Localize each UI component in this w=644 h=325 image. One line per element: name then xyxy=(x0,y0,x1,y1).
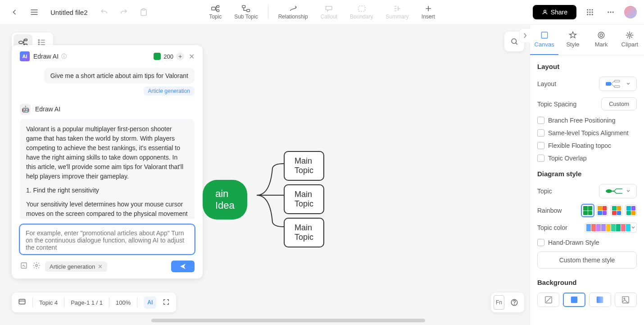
bg-none[interactable] xyxy=(537,293,559,307)
rainbow-opt-2[interactable] xyxy=(596,205,608,216)
svg-rect-8 xyxy=(247,9,250,12)
layout-select[interactable] xyxy=(599,77,637,91)
tab-style[interactable]: Style xyxy=(558,25,587,55)
collapse-panel-button[interactable] xyxy=(519,28,530,43)
bg-solid[interactable] xyxy=(563,293,585,307)
tool-insert-label: Insert xyxy=(422,14,435,20)
share-button[interactable]: Share xyxy=(533,5,576,19)
svg-line-43 xyxy=(611,81,614,84)
overlap-label: Topic Overlap xyxy=(548,155,587,162)
svg-point-16 xyxy=(587,12,588,13)
svg-point-19 xyxy=(587,14,588,15)
tool-topic[interactable]: Topic xyxy=(203,2,228,23)
svg-rect-45 xyxy=(614,80,620,82)
background-options xyxy=(537,293,637,307)
svg-point-40 xyxy=(600,34,603,37)
chevron-down-icon xyxy=(631,225,635,230)
tool-callout[interactable]: Callout xyxy=(314,2,344,23)
clipboard-button[interactable] xyxy=(136,5,151,19)
tool-sub-topic[interactable]: Sub Topic xyxy=(228,2,264,23)
section-diagram-title: Diagram style xyxy=(537,170,637,178)
topic-color-select[interactable] xyxy=(585,223,637,233)
redo-button[interactable] xyxy=(117,5,131,19)
page-indicator[interactable]: Page-1 1 / 1 xyxy=(71,299,103,306)
horizontal-scrollbar[interactable] xyxy=(151,319,425,322)
rainbow-options xyxy=(582,205,637,216)
bg-gradient[interactable] xyxy=(589,293,611,307)
right-panel: Canvas Style Mark Clipart Layout Layout … xyxy=(530,25,644,325)
right-panel-tabs: Canvas Style Mark Clipart xyxy=(530,25,644,55)
rainbow-opt-1[interactable] xyxy=(582,205,594,216)
chevron-down-icon xyxy=(626,82,630,86)
tool-sub-topic-label: Sub Topic xyxy=(234,14,258,20)
check-hand-drawn[interactable]: Hand-Drawn Style xyxy=(537,239,637,246)
checkbox[interactable] xyxy=(537,117,544,124)
toolbar: Topic Sub Topic Relationship Callout Bou… xyxy=(203,2,441,23)
root-node[interactable]: ain Idea xyxy=(203,180,247,220)
svg-point-57 xyxy=(514,304,515,304)
svg-rect-54 xyxy=(622,297,629,303)
menu-button[interactable] xyxy=(27,5,41,19)
tool-insert[interactable]: Insert xyxy=(415,2,441,23)
rainbow-opt-3[interactable] xyxy=(611,205,622,216)
tool-relationship[interactable]: Relationship xyxy=(272,2,314,23)
svg-rect-53 xyxy=(597,297,603,303)
topic-style-select[interactable] xyxy=(599,184,637,198)
topbar: Untitled file2 Topic Sub Topic Relations… xyxy=(0,0,644,25)
checkbox[interactable] xyxy=(537,129,544,137)
row-topic-color: Topic color xyxy=(537,223,637,233)
fn-button[interactable]: Fn xyxy=(494,295,504,310)
section-layout-title: Layout xyxy=(537,63,637,70)
svg-rect-42 xyxy=(606,82,611,86)
more-button[interactable] xyxy=(603,5,618,19)
apps-button[interactable] xyxy=(583,5,597,19)
bottom-right-tools: Fn xyxy=(491,293,524,312)
row-topic-style: Topic xyxy=(537,184,637,198)
checkbox[interactable] xyxy=(537,142,544,149)
svg-point-17 xyxy=(590,12,591,13)
tab-clipart[interactable]: Clipart xyxy=(616,25,644,55)
ai-toggle[interactable]: AI xyxy=(144,296,156,309)
svg-point-15 xyxy=(592,9,593,10)
check-flex-float[interactable]: Flexible Floating topoc xyxy=(537,142,637,149)
canvas[interactable]: ain Idea Main Topic Main Topic Main Topi… xyxy=(0,25,530,325)
svg-rect-5 xyxy=(217,5,219,7)
svg-point-20 xyxy=(590,14,591,15)
avatar[interactable] xyxy=(624,6,637,18)
row-spacing: Topic Spacing Custom xyxy=(537,97,637,110)
outline-icon[interactable] xyxy=(18,298,26,307)
child-node-1[interactable]: Main Topic xyxy=(284,151,324,181)
fullscreen-button[interactable] xyxy=(163,298,170,307)
checkbox[interactable] xyxy=(537,155,544,162)
spacing-custom-button[interactable]: Custom xyxy=(601,97,637,110)
check-overlap[interactable]: Topic Overlap xyxy=(537,155,637,162)
flex-float-label: Flexible Floating topoc xyxy=(548,142,611,149)
check-same-level[interactable]: Same-level Topics Alignment xyxy=(537,129,637,137)
row-layout: Layout xyxy=(537,77,637,91)
svg-point-24 xyxy=(612,12,614,13)
undo-button[interactable] xyxy=(97,5,111,19)
check-branch-free[interactable]: Branch Free Positioning xyxy=(537,117,637,124)
right-panel-content: Layout Layout Topic Spacing Custom Branc… xyxy=(530,55,644,314)
checkbox[interactable] xyxy=(537,239,544,246)
chevron-down-icon xyxy=(626,189,630,193)
custom-theme-button[interactable]: Custom theme style xyxy=(537,252,637,269)
svg-rect-38 xyxy=(541,32,548,38)
tool-summary[interactable]: Summary xyxy=(379,2,415,23)
svg-point-21 xyxy=(592,14,593,15)
tab-mark[interactable]: Mark xyxy=(587,25,616,55)
svg-point-22 xyxy=(608,12,609,13)
help-button[interactable] xyxy=(507,295,522,310)
child-node-3[interactable]: Main Topic xyxy=(284,218,324,247)
bg-image[interactable] xyxy=(615,293,637,307)
tool-topic-label: Topic xyxy=(209,14,222,20)
svg-point-47 xyxy=(606,189,612,193)
file-title[interactable]: Untitled file2 xyxy=(50,9,88,16)
zoom-level[interactable]: 100% xyxy=(116,299,131,306)
child-node-2[interactable]: Main Topic xyxy=(284,184,324,214)
svg-rect-6 xyxy=(217,10,219,12)
back-button[interactable] xyxy=(7,5,22,19)
tab-canvas[interactable]: Canvas xyxy=(530,25,558,55)
tool-boundary[interactable]: Boundary xyxy=(344,2,379,23)
rainbow-opt-4[interactable] xyxy=(625,205,637,216)
